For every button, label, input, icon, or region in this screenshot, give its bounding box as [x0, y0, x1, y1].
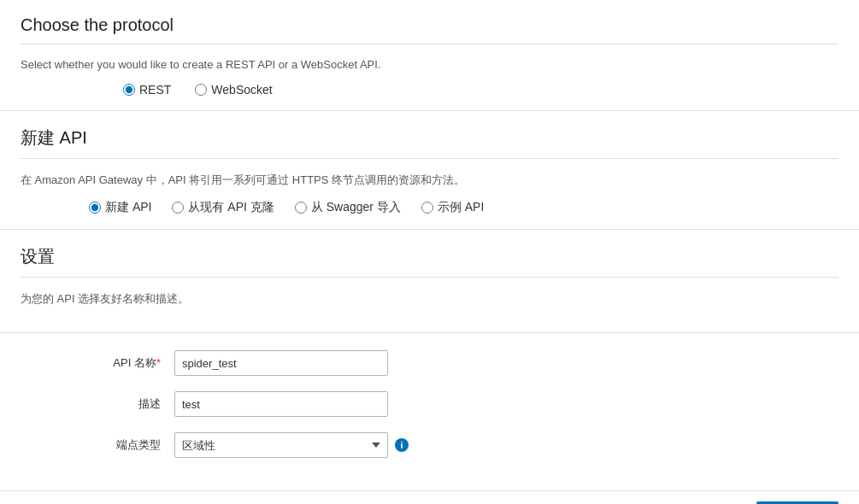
footer-bar: * 必填 创建 API [0, 490, 859, 504]
endpoint-info-icon[interactable]: i [395, 438, 409, 452]
protocol-title: Choose the protocol [21, 15, 838, 35]
api-name-label: API 名称* [21, 355, 174, 371]
new-api-new-label[interactable]: 新建 API [89, 200, 151, 215]
new-api-clone-label[interactable]: 从现有 API 克隆 [172, 200, 274, 215]
new-api-new-radio[interactable] [89, 202, 101, 214]
new-api-radio-group: 新建 API 从现有 API 克隆 从 Swagger 导入 示例 API [21, 200, 838, 215]
new-api-swagger-radio[interactable] [295, 202, 307, 214]
page-container: Choose the protocol Select whether you w… [0, 0, 859, 504]
endpoint-type-select[interactable]: 区域性 边缘优化 私有 [174, 432, 388, 458]
protocol-websocket-label[interactable]: WebSocket [195, 83, 272, 97]
endpoint-type-label: 端点类型 [21, 437, 174, 453]
protocol-rest-radio[interactable] [123, 84, 135, 96]
new-api-example-text: 示例 API [438, 200, 484, 215]
protocol-section: Choose the protocol Select whether you w… [0, 0, 859, 111]
new-api-description: 在 Amazon API Gateway 中，API 将引用一系列可通过 HTT… [21, 173, 838, 188]
description-row: 描述 [21, 391, 838, 417]
settings-section: 设置 为您的 API 选择友好名称和描述。 [0, 230, 859, 333]
protocol-rest-label[interactable]: REST [123, 83, 171, 97]
protocol-websocket-radio[interactable] [195, 84, 207, 96]
protocol-radio-group: REST WebSocket [21, 83, 838, 97]
new-api-title: 新建 API [21, 126, 838, 149]
new-api-swagger-label[interactable]: 从 Swagger 导入 [295, 200, 401, 215]
new-api-clone-text: 从现有 API 克隆 [188, 200, 274, 215]
new-api-swagger-text: 从 Swagger 导入 [311, 200, 401, 215]
description-label: 描述 [21, 396, 174, 412]
settings-title: 设置 [21, 245, 838, 268]
settings-description: 为您的 API 选择友好名称和描述。 [21, 291, 838, 307]
new-api-section: 新建 API 在 Amazon API Gateway 中，API 将引用一系列… [0, 111, 859, 230]
protocol-websocket-text: WebSocket [211, 83, 272, 97]
new-api-example-label[interactable]: 示例 API [421, 200, 484, 215]
api-name-input[interactable] [174, 350, 388, 376]
api-name-required-star: * [156, 356, 161, 369]
new-api-new-text: 新建 API [105, 200, 151, 215]
protocol-description: Select whether you would like to create … [21, 58, 838, 71]
new-api-clone-radio[interactable] [172, 202, 184, 214]
endpoint-type-row: 端点类型 区域性 边缘优化 私有 i [21, 432, 838, 458]
api-name-row: API 名称* [21, 350, 838, 376]
form-area: API 名称* 描述 端点类型 区域性 边缘优化 私有 i [0, 333, 859, 490]
new-api-example-radio[interactable] [421, 202, 433, 214]
description-input[interactable] [174, 391, 388, 417]
protocol-rest-text: REST [139, 83, 171, 97]
